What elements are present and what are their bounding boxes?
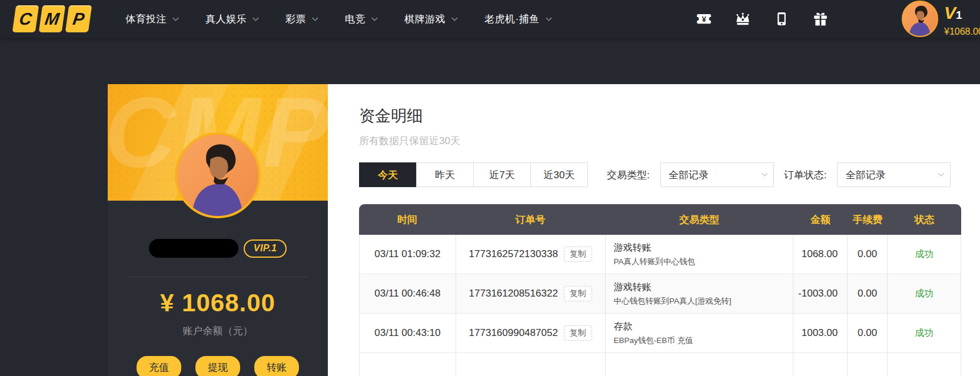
chevron-down-icon — [253, 15, 259, 21]
logo-tile: C — [12, 5, 39, 32]
cell-order-no: 1773160990487052 复制 — [456, 314, 606, 352]
cell-amount: 1068.00 — [793, 235, 848, 274]
account-balance-value: ¥ 1068.00 — [108, 289, 328, 317]
cell-time: 03/11 01:09:32 — [360, 235, 456, 274]
account-balance-label: 账户余额（元） — [108, 324, 328, 338]
nav-item-label: 真人娱乐 — [205, 12, 247, 26]
transfer-button[interactable]: 转账 — [254, 356, 299, 376]
table-row: 03/11 00:46:48 1773161208516322 复制 游戏转账 … — [359, 274, 961, 314]
nav-item-board-games[interactable]: 棋牌游戏 — [404, 12, 456, 26]
page-subtitle: 所有数据只保留近30天 — [359, 134, 980, 148]
vip-level-letter: V — [944, 3, 956, 22]
profile-sidebar: CMP VIP.1 ¥ 1068.00 账户余额（元） 充值 提现 转账 — [108, 84, 328, 376]
table-header: 时间 订单号 交易类型 金额 手续费 状态 — [359, 204, 961, 235]
cell-fee: 0.00 — [848, 235, 888, 274]
cell-transaction-type: 游戏转账 PA真人转账到中心钱包 — [606, 235, 794, 274]
tab-last-7-days[interactable]: 近7天 — [473, 162, 531, 187]
transaction-type-label: 交易类型: — [607, 168, 650, 182]
col-status: 状态 — [888, 213, 961, 227]
vip-level: V1 — [944, 4, 980, 25]
chevron-down-icon — [761, 170, 768, 177]
chevron-down-icon — [172, 15, 179, 21]
chevron-down-icon — [371, 15, 378, 21]
profile-avatar[interactable] — [175, 132, 261, 218]
brand-logo[interactable]: C M P — [14, 5, 90, 32]
page-title: 资金明细 — [359, 105, 980, 127]
logo-tile: M — [39, 5, 65, 32]
cell-fee: 0.00 — [848, 274, 888, 313]
nav-item-label: 电竞 — [345, 12, 366, 26]
top-navigation-bar: C M P 体育投注 真人娱乐 彩票 电竞 棋牌游戏 老虎机·捕鱼 ¥ — [0, 0, 980, 38]
crown-icon[interactable] — [735, 11, 750, 26]
sidebar-divider — [128, 277, 308, 277]
copy-button[interactable]: 复制 — [564, 286, 592, 301]
transactions-table: 时间 订单号 交易类型 金额 手续费 状态 03/11 01:09:32 177… — [359, 204, 961, 376]
top-icon-group: ¥ — [696, 0, 828, 38]
date-range-tabs: 今天 昨天 近7天 近30天 — [359, 162, 588, 187]
cell-amount: 1003.00 — [793, 314, 848, 352]
col-transaction-type: 交易类型 — [605, 213, 793, 227]
wallet-actions: 充值 提现 转账 — [108, 356, 328, 376]
col-order-no: 订单号 — [456, 213, 605, 227]
nav-item-sports[interactable]: 体育投注 — [125, 12, 177, 26]
col-time: 时间 — [359, 213, 456, 227]
chevron-down-icon — [312, 15, 318, 21]
nav-item-label: 彩票 — [285, 12, 306, 26]
order-number: 1773162572130338 — [469, 248, 558, 260]
nav-item-lottery[interactable]: 彩票 — [285, 12, 317, 26]
username-redacted — [149, 239, 238, 258]
mobile-icon[interactable] — [774, 11, 789, 26]
vip-level-number: 1 — [956, 9, 962, 21]
vip-badge: VIP.1 — [244, 239, 287, 258]
nav-item-esports[interactable]: 电竞 — [345, 12, 376, 26]
tab-last-30-days[interactable]: 近30天 — [530, 162, 588, 187]
nav-item-label: 棋牌游戏 — [404, 12, 446, 26]
funds-detail-panel: 资金明细 所有数据只保留近30天 今天 昨天 近7天 近30天 交易类型: 全部… — [328, 84, 980, 376]
page: { "brand": { "letters": ["C", "M", "P"] … — [0, 0, 980, 376]
order-number: 1773160990487052 — [469, 327, 558, 339]
voucher-icon[interactable]: ¥ — [696, 11, 712, 26]
transaction-detail: PA真人转账到中心钱包 — [614, 257, 696, 267]
chevron-down-icon — [545, 15, 552, 21]
order-status-label: 订单状态: — [784, 168, 827, 182]
copy-button[interactable]: 复制 — [564, 247, 592, 262]
gift-icon[interactable] — [813, 11, 828, 26]
tab-yesterday[interactable]: 昨天 — [416, 162, 474, 187]
copy-button[interactable]: 复制 — [564, 325, 592, 341]
transaction-detail: 中心钱包转账到PA真人[游戏免转] — [614, 296, 732, 307]
logo-letter: P — [72, 9, 86, 29]
table-row-partial — [359, 353, 961, 376]
logo-letter: C — [18, 9, 34, 29]
tab-today[interactable]: 今天 — [359, 162, 417, 187]
logo-tile: P — [65, 5, 92, 32]
cell-time: 03/11 00:46:48 — [360, 274, 456, 313]
vip-badge-label: VIP.1 — [254, 243, 277, 254]
user-level-block[interactable]: V1 ¥1068.00 — [944, 4, 980, 37]
col-fee: 手续费 — [848, 213, 888, 227]
cell-fee: 0.00 — [848, 314, 888, 352]
cell-transaction-type: 游戏转账 中心钱包转账到PA真人[游戏免转] — [606, 274, 794, 313]
transaction-detail: EBPay钱包-EB币 充值 — [614, 335, 693, 346]
deposit-button[interactable]: 充值 — [137, 356, 181, 376]
nav-item-live-casino[interactable]: 真人娱乐 — [205, 12, 257, 26]
chevron-down-icon — [451, 15, 458, 21]
withdraw-button[interactable]: 提现 — [195, 356, 240, 376]
transaction-type: 存款 — [614, 321, 633, 333]
main-nav: 体育投注 真人娱乐 彩票 电竞 棋牌游戏 老虎机·捕鱼 — [125, 12, 550, 26]
transaction-type-select[interactable]: 全部记录 — [660, 162, 774, 187]
transaction-type: 游戏转账 — [614, 281, 652, 294]
order-status-value: 全部记录 — [845, 168, 885, 182]
nav-item-label: 老虎机·捕鱼 — [484, 12, 540, 26]
filter-row: 今天 昨天 近7天 近30天 交易类型: 全部记录 订单状态: 全部记录 — [359, 162, 961, 187]
order-status-select[interactable]: 全部记录 — [837, 162, 951, 187]
nav-item-slots-fishing[interactable]: 老虎机·捕鱼 — [484, 12, 550, 26]
cell-order-no: 1773162572130338 复制 — [456, 235, 606, 274]
chevron-down-icon — [938, 170, 945, 177]
status-badge: 成功 — [888, 274, 961, 313]
user-avatar[interactable] — [902, 1, 938, 37]
status-badge: 成功 — [888, 235, 961, 274]
transaction-type: 游戏转账 — [614, 242, 652, 254]
table-row: 03/11 01:09:32 1773162572130338 复制 游戏转账 … — [359, 235, 961, 274]
cell-time: 03/11 00:43:10 — [360, 314, 456, 352]
transaction-type-value: 全部记录 — [669, 168, 709, 182]
